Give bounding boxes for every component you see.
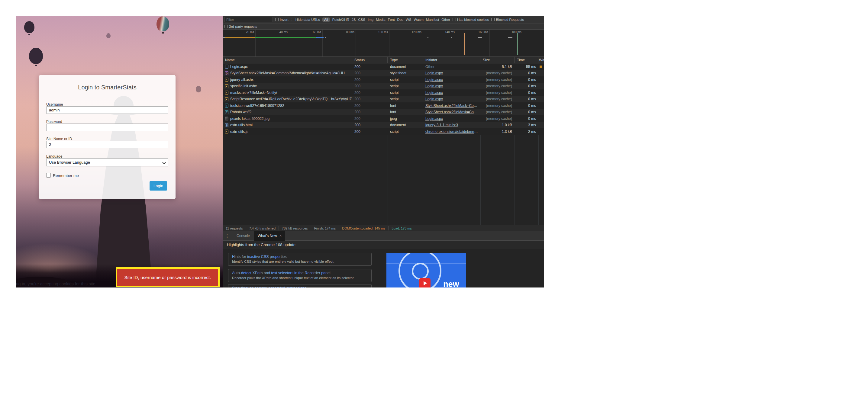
column-header-status[interactable]: Status <box>352 57 388 63</box>
table-row[interactable]: Roboto.woff2 200 font StyleSheet.ashx?fi… <box>223 109 544 116</box>
whats-new-card-link[interactable]: Auto-detect XPath and text selectors in … <box>232 271 368 275</box>
column-header-type[interactable]: Type <box>388 57 423 63</box>
grid-line <box>289 30 289 57</box>
summary-resources: 782 kB resources <box>279 226 311 230</box>
hide-data-urls-checkbox[interactable] <box>291 18 294 21</box>
balloon-distant <box>196 86 201 92</box>
initiator-link[interactable]: Login.aspx <box>425 97 443 101</box>
chevron-down-icon <box>162 161 165 164</box>
filter-type-js[interactable]: JS <box>352 18 355 22</box>
filter-type-other[interactable]: Other <box>441 18 450 22</box>
filter-type-font[interactable]: Font <box>388 18 395 22</box>
initiator-link[interactable]: Login.aspx <box>425 117 443 121</box>
initiator-link[interactable]: chrome-extension://efaidnbmnn… <box>425 130 480 134</box>
summary-transferred: 7.4 kB transferred <box>246 226 279 230</box>
more-options-icon[interactable] <box>225 233 229 238</box>
initiator-link[interactable]: StyleSheet.ashx?fileMask=Comm… <box>425 110 480 114</box>
has-blocked-cookies-checkbox[interactable] <box>453 18 456 21</box>
ruler-tick: 180 ms <box>512 31 522 34</box>
filter-type-fetch-xhr[interactable]: Fetch/XHR <box>332 18 349 22</box>
language-select[interactable]: Use Browser Language <box>46 158 168 166</box>
ruler-tick: 20 ms <box>246 31 254 34</box>
filter-type-media[interactable]: Media <box>376 18 385 22</box>
invert-checkbox[interactable] <box>275 18 279 21</box>
summary-finish: Finish: 174 ms <box>311 226 339 230</box>
filter-input[interactable] <box>224 17 273 22</box>
password-input[interactable] <box>46 124 168 131</box>
script-icon <box>225 84 228 88</box>
play-button-icon[interactable] <box>419 278 431 288</box>
column-header-waterfall[interactable]: Waterfall <box>538 57 544 63</box>
initiator-link[interactable]: Login.aspx <box>425 77 443 82</box>
initiator-link[interactable]: Login.aspx <box>425 84 443 88</box>
balloon-striped <box>156 16 169 31</box>
whats-new-video-thumbnail[interactable]: new <box>386 253 466 288</box>
login-page: ng in, you're accepting cookies for this… <box>16 16 223 288</box>
tab-whats-new[interactable]: What's New × <box>254 231 285 241</box>
filter-type-doc[interactable]: Doc <box>397 18 403 22</box>
ruler-tick: 160 ms <box>478 31 488 34</box>
username-input[interactable] <box>46 106 168 114</box>
filter-type-img[interactable]: Img <box>368 18 373 22</box>
grid-line <box>355 30 356 57</box>
table-row[interactable]: jquery-all.ashx 200 script Login.aspx (m… <box>223 76 544 83</box>
filter-type-css[interactable]: CSS <box>358 18 365 22</box>
column-header-size[interactable]: Size <box>480 57 515 63</box>
image-icon <box>225 117 228 121</box>
table-row[interactable]: pexels-lukas-590022.jpg 200 jpeg Login.a… <box>223 116 544 122</box>
whats-new-card-link[interactable]: Step through comma-separated expressions <box>232 286 368 288</box>
close-icon[interactable]: × <box>279 233 282 238</box>
initiator-link[interactable]: Login.aspx <box>425 71 443 75</box>
overview-dash <box>478 37 482 38</box>
overview-tick <box>428 37 428 38</box>
grid-line <box>389 30 390 57</box>
whats-new-card-link[interactable]: Hints for inactive CSS properties <box>232 255 368 259</box>
blocked-requests-checkbox-group[interactable]: Blocked Requests <box>491 18 524 22</box>
blocked-requests-checkbox[interactable] <box>491 18 495 21</box>
filter-type-manifest[interactable]: Manifest <box>426 18 439 22</box>
summary-load: Load: 178 ms <box>389 226 415 230</box>
tab-console[interactable]: Console <box>232 234 254 238</box>
summary-requests: 11 requests <box>223 226 246 230</box>
initiator-link[interactable]: Login.aspx <box>425 91 443 95</box>
filter-type-wasm[interactable]: Wasm <box>414 18 424 22</box>
table-row[interactable]: StyleSheet.ashx?fileMask=Common/&theme=l… <box>223 70 544 77</box>
whats-new-card: Auto-detect XPath and text selectors in … <box>228 269 372 282</box>
overview-tick <box>325 37 326 38</box>
ruler-tick: 100 ms <box>378 31 388 34</box>
table-row[interactable]: specific-init.ashx 200 script Login.aspx… <box>223 83 544 90</box>
font-icon <box>225 110 228 114</box>
table-row[interactable]: extn-utils.js 200 script chrome-extensio… <box>223 128 544 135</box>
grid-line <box>322 30 323 57</box>
drawer-tab-bar: Console What's New × <box>223 231 544 241</box>
username-label: Username <box>46 102 63 107</box>
error-toast-highlight: Site ID, username or password is incorre… <box>116 267 220 287</box>
whats-new-card: Hints for inactive CSS properties Identi… <box>228 253 372 266</box>
video-new-badge: new <box>443 279 459 288</box>
third-party-checkbox[interactable] <box>224 25 228 28</box>
filter-type-all[interactable]: All <box>322 18 330 22</box>
table-row[interactable]: Login.aspx 200 document Other 5.1 kB 55 … <box>223 63 544 70</box>
decorative-circle <box>412 263 429 279</box>
table-row[interactable]: extn-utils.html 200 document jquery-3.1.… <box>223 122 544 129</box>
ruler-tick: 140 ms <box>445 31 455 34</box>
column-header-initiator[interactable]: Initiator <box>423 57 480 63</box>
hide-data-urls-checkbox-group[interactable]: Hide data URLs <box>291 18 320 22</box>
column-header-time[interactable]: Time <box>515 57 538 63</box>
login-button[interactable]: Login <box>150 181 167 191</box>
ruler-tick: 120 ms <box>411 31 422 34</box>
site-id-input[interactable] <box>46 141 168 148</box>
column-header-name[interactable]: Name <box>223 57 352 63</box>
remember-me-checkbox[interactable] <box>46 173 51 177</box>
table-row[interactable]: toolsicon.woff2?v1654180071282 200 font … <box>223 102 544 109</box>
table-row[interactable]: masks.ashx?fileMask=Notify/ 200 script L… <box>223 89 544 96</box>
script-icon <box>225 130 228 133</box>
filter-type-ws[interactable]: WS <box>406 18 411 22</box>
initiator-link[interactable]: StyleSheet.ashx?fileMask=Comm… <box>425 104 480 108</box>
table-row[interactable]: ScriptResource.axd?d=JRglLoeRwMv_e2DteKp… <box>223 96 544 103</box>
network-overview-timeline[interactable]: 20 ms 40 ms 60 ms 80 ms 100 ms 120 ms 14… <box>223 30 544 57</box>
initiator-link[interactable]: jquery-3.1.1.min.js:3 <box>425 123 458 127</box>
has-blocked-cookies-checkbox-group[interactable]: Has blocked cookies <box>453 18 489 22</box>
invert-checkbox-group[interactable]: Invert <box>275 18 288 22</box>
whats-new-card: Step through comma-separated expressions <box>228 284 372 288</box>
